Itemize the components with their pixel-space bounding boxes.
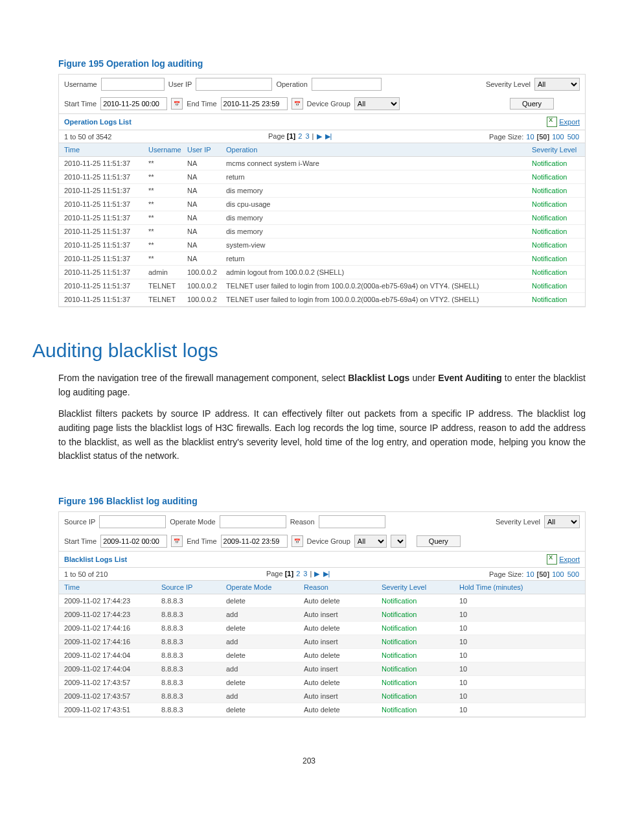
page-3[interactable]: 3 — [303, 570, 307, 578]
bl-col-reason[interactable]: Reason — [299, 581, 376, 594]
page-last[interactable]: ▶| — [325, 132, 332, 140]
bl-query-button[interactable]: Query — [417, 535, 461, 547]
table-row: 2009-11-02 17:44:168.8.8.3deleteAuto del… — [59, 622, 585, 635]
page-last[interactable]: ▶| — [323, 570, 330, 578]
page-2[interactable]: 2 — [296, 570, 300, 578]
bl-extra-select[interactable] — [391, 535, 406, 548]
bl-device-group-select[interactable]: All — [354, 535, 387, 548]
table-row: 2009-11-02 17:44:238.8.8.3addAuto insert… — [59, 608, 585, 622]
page-size: Page Size: 10 [50] 100 500 — [489, 133, 580, 141]
xls-icon — [547, 554, 557, 565]
xls-icon — [547, 117, 557, 127]
op-list-title: Operation Logs List — [64, 118, 132, 126]
col-severity[interactable]: Severity Level — [527, 143, 585, 157]
bl-record-count: 1 to 50 of 210 — [64, 570, 108, 578]
bl-export-link[interactable]: Export — [547, 554, 580, 565]
table-row: 2010-11-25 11:51:37**NAreturnNotificatio… — [59, 252, 585, 266]
bl-col-severity[interactable]: Severity Level — [376, 581, 454, 594]
pagesize-100[interactable]: 100 — [552, 133, 564, 141]
table-row: 2010-11-25 11:51:37**NAsystem-viewNotifi… — [59, 239, 585, 252]
table-row: 2010-11-25 11:51:37**NAdis cpu-usageNoti… — [59, 198, 585, 211]
operatemode-input[interactable] — [220, 515, 286, 528]
start-time-input[interactable] — [100, 97, 167, 110]
table-row: 2009-11-02 17:44:048.8.8.3addAuto insert… — [59, 662, 585, 676]
record-count: 1 to 50 of 3542 — [64, 133, 111, 141]
bl-col-time[interactable]: Time — [59, 581, 156, 594]
bl-end-label: End Time — [187, 537, 216, 545]
figure-195-title: Figure 195 Operation log auditing — [58, 58, 586, 69]
operation-input[interactable] — [312, 78, 382, 91]
bl-list-title: Blacklist Logs List — [64, 555, 127, 563]
reason-input[interactable] — [319, 515, 385, 528]
query-button[interactable]: Query — [510, 98, 554, 110]
pagesize-500[interactable]: 500 — [567, 570, 579, 578]
bl-pager: Page [1] 2 3 | ▶ ▶| — [108, 570, 489, 578]
bl-filter-row2: Start Time 📅 End Time 📅 Device Group All… — [59, 531, 585, 551]
severity-select[interactable]: All — [534, 78, 580, 91]
pagesize-500[interactable]: 500 — [567, 133, 579, 141]
col-operation[interactable]: Operation — [221, 143, 527, 157]
table-row: 2009-11-02 17:44:048.8.8.3deleteAuto del… — [59, 649, 585, 662]
operation-logs-table: Time Username User IP Operation Severity… — [59, 143, 585, 307]
pagesize-10[interactable]: 10 — [526, 570, 534, 578]
calendar-icon[interactable]: 📅 — [171, 535, 183, 547]
severity-label: Severity Level — [486, 80, 531, 88]
bl-end-input[interactable] — [221, 535, 288, 548]
export-link[interactable]: Export — [547, 117, 580, 127]
bl-severity-select[interactable]: All — [544, 515, 580, 528]
pagesize-50: [50] — [537, 133, 550, 141]
table-row: 2010-11-25 11:51:37**NAdis memoryNotific… — [59, 211, 585, 225]
blacklist-logs-table: Time Source IP Operate Mode Reason Sever… — [59, 581, 585, 717]
userip-input[interactable] — [196, 78, 272, 91]
table-row: 2009-11-02 17:43:578.8.8.3deleteAuto del… — [59, 676, 585, 690]
reason-label: Reason — [290, 518, 315, 526]
col-username[interactable]: Username — [143, 143, 182, 157]
bl-col-sourceip[interactable]: Source IP — [156, 581, 221, 594]
bl-filter-row1: Source IP Operate Mode Reason Severity L… — [59, 512, 585, 531]
bl-start-input[interactable] — [100, 535, 167, 548]
sourceip-label: Source IP — [64, 518, 95, 526]
operation-log-panel: Username User IP Operation Severity Leve… — [58, 74, 586, 307]
bl-device-group-label: Device Group — [307, 537, 350, 545]
calendar-icon[interactable]: 📅 — [292, 98, 303, 110]
operation-label: Operation — [276, 80, 307, 88]
userip-label: User IP — [168, 80, 192, 88]
col-time[interactable]: Time — [59, 143, 143, 157]
calendar-icon[interactable]: 📅 — [292, 535, 303, 547]
page-2[interactable]: 2 — [298, 132, 302, 140]
table-row: 2010-11-25 11:51:37**NAdis memoryNotific… — [59, 225, 585, 239]
figure-196-title: Figure 196 Blacklist log auditing — [58, 496, 586, 506]
table-row: 2009-11-02 17:43:518.8.8.3deleteAuto del… — [59, 703, 585, 717]
page-next[interactable]: ▶ — [317, 132, 322, 140]
table-row: 2009-11-02 17:43:578.8.8.3addAuto insert… — [59, 690, 585, 703]
col-userip[interactable]: User IP — [182, 143, 221, 157]
bl-col-mode[interactable]: Operate Mode — [221, 581, 299, 594]
op-filter-row1: Username User IP Operation Severity Leve… — [59, 75, 585, 94]
section-para-1: From the navigation tree of the firewall… — [58, 371, 586, 399]
page-3[interactable]: 3 — [305, 132, 309, 140]
bl-start-label: Start Time — [64, 537, 97, 545]
section-heading: Auditing blacklist logs — [32, 340, 586, 362]
end-time-label: End Time — [187, 100, 216, 108]
table-row: 2010-11-25 11:51:37admin100.0.0.2admin l… — [59, 266, 585, 279]
table-row: 2010-11-25 11:51:37**NAmcms connect syst… — [59, 157, 585, 170]
section-para-2: Blacklist filters packets by source IP a… — [58, 407, 586, 463]
calendar-icon[interactable]: 📅 — [171, 98, 183, 110]
blacklist-log-panel: Source IP Operate Mode Reason Severity L… — [58, 511, 586, 718]
bl-col-hold[interactable]: Hold Time (minutes) — [454, 581, 585, 594]
operatemode-label: Operate Mode — [170, 518, 215, 526]
pagesize-10[interactable]: 10 — [526, 133, 534, 141]
sourceip-input[interactable] — [99, 515, 166, 528]
start-time-label: Start Time — [64, 100, 97, 108]
table-row: 2009-11-02 17:44:238.8.8.3deleteAuto del… — [59, 594, 585, 608]
device-group-select[interactable]: All — [354, 97, 400, 110]
username-input[interactable] — [101, 78, 165, 91]
pagesize-100[interactable]: 100 — [552, 570, 564, 578]
table-row: 2010-11-25 11:51:37TELNET100.0.0.2TELNET… — [59, 279, 585, 293]
bl-severity-label: Severity Level — [496, 518, 540, 526]
page-next[interactable]: ▶ — [314, 570, 319, 578]
table-row: 2010-11-25 11:51:37**NAdis memoryNotific… — [59, 184, 585, 198]
username-label: Username — [64, 80, 97, 88]
table-row: 2009-11-02 17:44:168.8.8.3addAuto insert… — [59, 635, 585, 649]
end-time-input[interactable] — [221, 97, 288, 110]
